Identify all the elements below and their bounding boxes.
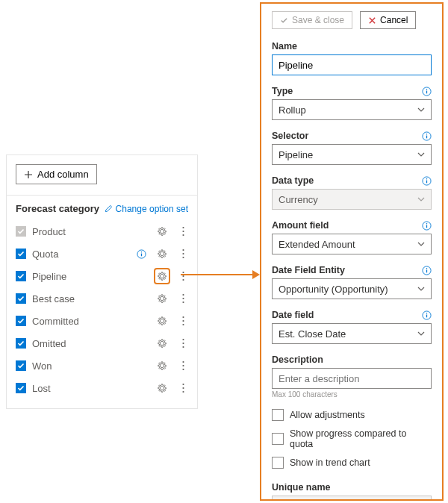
svg-point-25 xyxy=(182,387,184,389)
description-hint: Max 100 characters xyxy=(272,390,432,399)
column-label: Committed xyxy=(32,316,154,327)
type-select[interactable]: Rollup xyxy=(272,99,432,120)
gear-icon[interactable] xyxy=(154,268,170,284)
row-actions xyxy=(154,223,191,240)
svg-point-1 xyxy=(182,231,184,232)
selector-select[interactable]: Pipeline xyxy=(272,144,432,165)
info-icon[interactable] xyxy=(422,176,432,186)
column-row: Pipeline xyxy=(16,265,191,287)
svg-point-4 xyxy=(140,251,141,251)
show-progress-checkbox[interactable] xyxy=(272,433,284,445)
svg-point-32 xyxy=(426,133,427,134)
column-row: Omitted xyxy=(16,332,191,354)
column-label: Best case xyxy=(32,293,154,304)
close-icon xyxy=(368,16,376,25)
svg-rect-45 xyxy=(426,314,427,317)
show-trend-checkbox[interactable] xyxy=(272,457,284,469)
svg-point-19 xyxy=(182,343,184,344)
column-checkbox[interactable] xyxy=(16,293,26,304)
column-checkbox[interactable] xyxy=(16,360,26,371)
dateentity-select[interactable]: Opportunity (Opportunity) xyxy=(272,278,432,299)
column-checkbox[interactable] xyxy=(16,271,26,281)
svg-point-29 xyxy=(426,88,427,89)
more-icon[interactable] xyxy=(175,223,191,240)
svg-point-8 xyxy=(182,257,184,258)
check-icon xyxy=(280,16,288,25)
gear-icon[interactable] xyxy=(154,246,170,262)
datefield-field: Date field Est. Close Date xyxy=(272,310,432,344)
info-icon[interactable] xyxy=(422,221,432,231)
change-option-set-link[interactable]: Change option set xyxy=(105,204,188,214)
amount-select[interactable]: Extended Amount xyxy=(272,234,432,254)
name-label: Name xyxy=(272,41,297,51)
svg-point-12 xyxy=(182,294,184,296)
gear-icon[interactable] xyxy=(154,223,170,240)
chevron-down-icon xyxy=(417,240,425,248)
column-checkbox[interactable] xyxy=(16,383,26,393)
gear-icon[interactable] xyxy=(154,357,170,374)
svg-point-0 xyxy=(182,227,184,228)
info-icon[interactable] xyxy=(422,131,432,141)
type-value: Rollup xyxy=(279,104,306,116)
more-icon[interactable] xyxy=(175,335,191,352)
svg-rect-5 xyxy=(140,253,141,256)
add-column-wrap: Add column xyxy=(7,155,197,196)
svg-point-13 xyxy=(182,298,184,299)
show-trend-row: Show in trend chart xyxy=(272,457,432,469)
svg-point-24 xyxy=(182,384,184,385)
column-label: Lost xyxy=(32,383,154,394)
description-input[interactable] xyxy=(272,368,432,389)
svg-point-21 xyxy=(182,361,184,363)
allow-adjustments-row: Allow adjustments xyxy=(272,409,432,421)
svg-rect-33 xyxy=(426,135,427,138)
gear-icon[interactable] xyxy=(154,380,170,396)
column-checkbox[interactable] xyxy=(16,316,26,326)
info-icon[interactable] xyxy=(422,266,432,275)
datefield-value: Est. Close Date xyxy=(279,328,346,340)
callout-arrow xyxy=(181,268,260,281)
svg-rect-39 xyxy=(426,225,427,228)
cancel-label: Cancel xyxy=(380,15,408,25)
more-icon[interactable] xyxy=(175,380,191,396)
info-icon[interactable] xyxy=(133,246,149,262)
unique-name-input xyxy=(272,496,432,501)
more-icon[interactable] xyxy=(175,357,191,374)
svg-point-15 xyxy=(182,316,184,318)
row-actions xyxy=(154,290,191,307)
type-field: Type Rollup xyxy=(272,86,432,120)
add-column-button[interactable]: Add column xyxy=(16,164,97,184)
column-label: Won xyxy=(32,360,154,372)
more-icon[interactable] xyxy=(175,246,191,262)
datatype-value: Currency xyxy=(279,194,318,205)
gear-icon[interactable] xyxy=(154,313,170,329)
allow-adjustments-checkbox[interactable] xyxy=(272,409,284,421)
svg-point-38 xyxy=(426,222,427,223)
selector-field: Selector Pipeline xyxy=(272,131,432,165)
svg-point-44 xyxy=(426,312,427,313)
svg-point-14 xyxy=(182,302,184,303)
row-actions xyxy=(133,246,191,262)
info-icon[interactable] xyxy=(422,87,432,96)
info-icon[interactable] xyxy=(422,310,432,320)
gear-icon[interactable] xyxy=(154,290,170,307)
more-icon[interactable] xyxy=(175,313,191,329)
allow-adjustments-label: Allow adjustments xyxy=(290,410,365,420)
column-checkbox[interactable] xyxy=(16,338,26,349)
gear-icon[interactable] xyxy=(154,335,170,352)
column-label: Product xyxy=(32,226,154,237)
svg-rect-36 xyxy=(426,180,427,183)
row-actions xyxy=(154,313,191,329)
section-header: Forecast category Change option set xyxy=(7,196,197,220)
svg-rect-42 xyxy=(426,269,427,272)
cancel-button[interactable]: Cancel xyxy=(360,11,416,29)
svg-point-20 xyxy=(182,346,184,348)
column-checkbox[interactable] xyxy=(16,249,26,259)
datefield-select[interactable]: Est. Close Date xyxy=(272,323,432,344)
save-close-button[interactable]: Save & close xyxy=(272,11,352,29)
name-input[interactable] xyxy=(272,54,432,75)
row-actions xyxy=(154,357,191,374)
more-icon[interactable] xyxy=(175,290,191,307)
description-label: Description xyxy=(272,354,323,365)
column-list: ProductQuotaPipelineBest caseCommittedOm… xyxy=(7,220,197,408)
add-column-label: Add column xyxy=(37,169,89,180)
